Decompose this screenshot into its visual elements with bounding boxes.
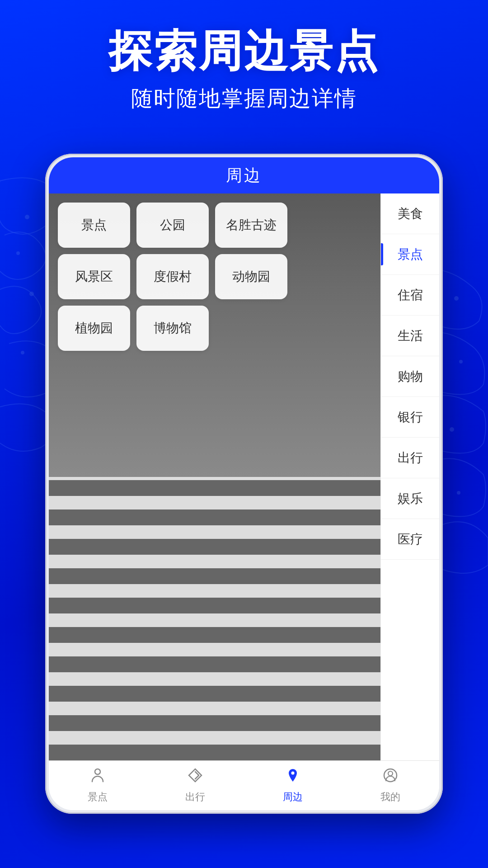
right-sidebar: 美食 景点 住宿 生活 购物 银行 出行 娱乐 医疗: [380, 193, 439, 760]
street-lower: [49, 477, 380, 760]
nav-attractions-icon: [89, 767, 106, 788]
sidebar-item-medical[interactable]: 医疗: [381, 519, 439, 560]
nav-profile-icon: [382, 767, 399, 788]
svg-point-4: [454, 296, 459, 301]
sidebar-item-entertainment[interactable]: 娱乐: [381, 478, 439, 519]
app-content: 景点 公园 名胜古迹 风景区 度假村 动物园 植物园 博物馆 美食 景点 住宿 …: [49, 193, 439, 760]
svg-point-0: [25, 215, 29, 219]
svg-point-8: [95, 769, 100, 774]
category-btn-heritage[interactable]: 名胜古迹: [215, 203, 287, 248]
svg-point-7: [457, 491, 460, 495]
category-btn-zoo[interactable]: 动物园: [215, 254, 287, 299]
nav-nearby-label: 周边: [283, 790, 303, 804]
app-header: 周边: [49, 157, 439, 193]
sidebar-item-hotel[interactable]: 住宿: [381, 275, 439, 316]
app-header-title: 周边: [226, 165, 262, 187]
sidebar-item-bank[interactable]: 银行: [381, 397, 439, 438]
svg-point-5: [459, 360, 463, 363]
nav-transport-label: 出行: [185, 790, 205, 804]
svg-point-6: [450, 427, 454, 432]
category-btn-parks[interactable]: 公园: [136, 203, 209, 248]
category-btn-attractions[interactable]: 景点: [58, 203, 130, 248]
nav-transport-icon: [187, 767, 203, 788]
sidebar-item-food[interactable]: 美食: [381, 193, 439, 234]
sidebar-item-life[interactable]: 生活: [381, 316, 439, 356]
nav-item-attractions[interactable]: 景点: [49, 761, 146, 810]
sidebar-item-scenic[interactable]: 景点: [381, 234, 439, 275]
category-grid: 景点 公园 名胜古迹 风景区 度假村 动物园 植物园 博物馆: [58, 203, 287, 351]
nav-item-transport[interactable]: 出行: [146, 761, 244, 810]
nav-attractions-label: 景点: [88, 790, 108, 804]
crosswalk-stripes: [49, 477, 380, 760]
svg-point-11: [388, 771, 393, 776]
hero-subtitle: 随时随地掌握周边详情: [0, 84, 488, 113]
svg-point-9: [291, 772, 295, 775]
nav-nearby-icon: [285, 767, 301, 788]
nav-profile-label: 我的: [380, 790, 400, 804]
phone-mockup: 周边 景点 公园 名胜古迹 风景区 度假村: [45, 154, 443, 814]
hero-section: 探索周边景点 随时随地掌握周边详情: [0, 27, 488, 113]
hero-title: 探索周边景点: [0, 27, 488, 75]
map-content: 景点 公园 名胜古迹 风景区 度假村 动物园 植物园 博物馆: [49, 193, 380, 760]
category-btn-scenic[interactable]: 风景区: [58, 254, 130, 299]
nav-item-profile[interactable]: 我的: [342, 761, 439, 810]
svg-point-1: [16, 251, 20, 255]
svg-point-3: [21, 351, 24, 354]
app-bottom-nav: 景点 出行 周边: [49, 760, 439, 810]
category-btn-resort[interactable]: 度假村: [136, 254, 209, 299]
category-btn-museum[interactable]: 博物馆: [136, 306, 209, 351]
nav-item-nearby[interactable]: 周边: [244, 761, 342, 810]
svg-point-2: [29, 292, 34, 296]
sidebar-item-transport[interactable]: 出行: [381, 438, 439, 478]
phone-inner: 周边 景点 公园 名胜古迹 风景区 度假村: [49, 157, 439, 810]
sidebar-item-shopping[interactable]: 购物: [381, 356, 439, 397]
category-btn-botanical[interactable]: 植物园: [58, 306, 130, 351]
